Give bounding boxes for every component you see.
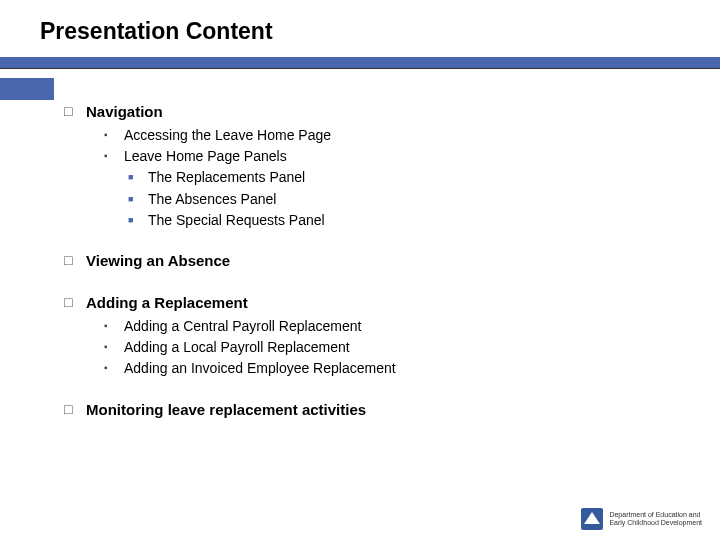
slide-body: □ Navigation ▪ Accessing the Leave Home … [0, 69, 720, 420]
victoria-logo-icon [581, 508, 603, 530]
square-bullet-icon: □ [64, 399, 86, 421]
title-divider [0, 57, 720, 69]
outline-subitem: ▪ Adding a Central Payroll Replacement [104, 316, 670, 336]
dot-bullet-icon: ▪ [104, 146, 124, 166]
outline-sublabel: Adding a Central Payroll Replacement [124, 316, 361, 336]
outline-label: Monitoring leave replacement activities [86, 399, 366, 421]
outline-subsubitem: ■ The Absences Panel [128, 189, 670, 209]
outline-subitem: ▪ Adding an Invoiced Employee Replacemen… [104, 358, 670, 378]
dot-bullet-icon: ▪ [104, 125, 124, 145]
square-bullet-icon: □ [64, 250, 86, 272]
slide-title: Presentation Content [0, 0, 720, 57]
outline-subsublabel: The Special Requests Panel [148, 210, 325, 230]
footer-line1: Department of Education and [609, 511, 702, 519]
square-fill-bullet-icon: ■ [128, 167, 148, 187]
dot-bullet-icon: ▪ [104, 337, 124, 357]
accent-block [0, 78, 54, 100]
outline-item-viewing-absence: □ Viewing an Absence [64, 250, 670, 272]
outline-subsublabel: The Replacements Panel [148, 167, 305, 187]
footer-dept-text: Department of Education and Early Childh… [609, 511, 702, 526]
outline-sublabel: Adding an Invoiced Employee Replacement [124, 358, 396, 378]
square-bullet-icon: □ [64, 101, 86, 123]
slide-footer: Department of Education and Early Childh… [581, 508, 702, 530]
outline-item-navigation: □ Navigation [64, 101, 670, 123]
outline-subsublabel: The Absences Panel [148, 189, 276, 209]
outline-item-monitoring: □ Monitoring leave replacement activitie… [64, 399, 670, 421]
square-fill-bullet-icon: ■ [128, 189, 148, 209]
outline-subsubitem: ■ The Special Requests Panel [128, 210, 670, 230]
outline-subitem: ▪ Leave Home Page Panels [104, 146, 670, 166]
dot-bullet-icon: ▪ [104, 316, 124, 336]
square-fill-bullet-icon: ■ [128, 210, 148, 230]
outline-item-adding-replacement: □ Adding a Replacement [64, 292, 670, 314]
outline-sublabel: Adding a Local Payroll Replacement [124, 337, 350, 357]
dot-bullet-icon: ▪ [104, 358, 124, 378]
outline-subsubitem: ■ The Replacements Panel [128, 167, 670, 187]
outline-label: Adding a Replacement [86, 292, 248, 314]
outline-subitem: ▪ Accessing the Leave Home Page [104, 125, 670, 145]
outline-label: Navigation [86, 101, 163, 123]
outline-subitem: ▪ Adding a Local Payroll Replacement [104, 337, 670, 357]
square-bullet-icon: □ [64, 292, 86, 314]
outline-sublabel: Leave Home Page Panels [124, 146, 287, 166]
footer-line2: Early Childhood Development [609, 519, 702, 527]
outline-sublabel: Accessing the Leave Home Page [124, 125, 331, 145]
outline-label: Viewing an Absence [86, 250, 230, 272]
